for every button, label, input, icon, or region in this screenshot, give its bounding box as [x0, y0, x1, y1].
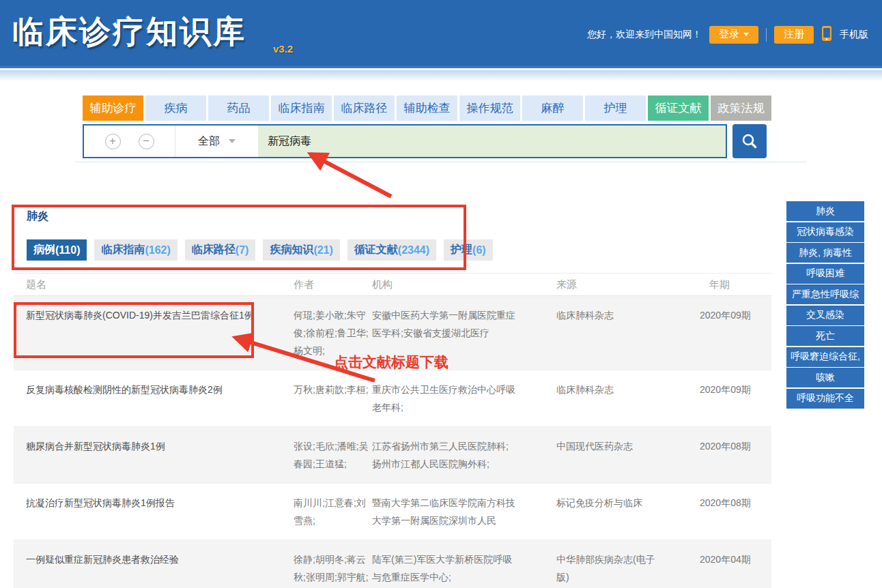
nav-tab-anesthesia[interactable]: 麻醉: [522, 95, 583, 121]
column-header-institution: 机构: [372, 278, 556, 291]
filter-tab-count: (6): [472, 244, 486, 256]
filter-tab-label: 病例: [33, 243, 55, 257]
filter-tab-count: (162): [145, 244, 170, 256]
header-right: 您好，欢迎来到中国知网！ 登录 注册 手机版: [587, 25, 868, 44]
column-header-source: 来源: [556, 278, 700, 291]
article-title-link[interactable]: 一例疑似重症新冠肺炎患者救治经验: [14, 550, 294, 588]
register-button[interactable]: 注册: [774, 26, 814, 44]
search-input[interactable]: [258, 126, 726, 157]
chevron-down-icon: [229, 139, 236, 143]
article-period: 2020年08期: [700, 494, 771, 529]
filter-tab-evidence[interactable]: 循证文献(2344): [347, 239, 436, 261]
nav-tab-evidence-literature[interactable]: 循证文献: [648, 95, 709, 121]
nav-tab-assisted-diagnosis[interactable]: 辅助诊疗: [83, 95, 143, 121]
filter-tab-nursing[interactable]: 护理(6): [444, 239, 493, 261]
page: 临床诊疗知识库 v3.2 您好，欢迎来到中国知网！ 登录 注册 手机版: [0, 0, 882, 588]
results-table: 题名 作者 机构 来源 年期 新型冠状病毒肺炎(COVID-19)并发吉兰巴雷综…: [14, 273, 771, 588]
header-fade: [0, 70, 882, 81]
nav-tab-drug[interactable]: 药品: [208, 95, 269, 121]
table-row: 一例疑似重症新冠肺炎患者救治经验 徐静;胡明冬;蒋云秋;张明周;郭宇航;李琦;王…: [14, 540, 771, 588]
related-term-pneumonia[interactable]: 肺炎: [786, 201, 864, 221]
login-button-label: 登录: [719, 28, 739, 41]
search-button[interactable]: [732, 124, 767, 158]
mobile-version-label[interactable]: 手机版: [840, 29, 868, 41]
article-title-link[interactable]: 抗凝治疗新型冠状病毒肺炎1例报告: [14, 494, 294, 529]
article-source: 中国现代医药杂志: [556, 437, 700, 473]
column-header-authors: 作者: [294, 278, 372, 291]
result-keyword: 肺炎: [27, 209, 48, 224]
table-row: 糖尿病合并新型冠状病毒肺炎1例 张设;毛欣;潘唯;吴春园;王道猛; 江苏省扬州市…: [14, 427, 771, 484]
filter-tab-count: (2344): [398, 244, 429, 256]
article-authors: 张设;毛欣;潘唯;吴春园;王道猛;: [294, 437, 372, 473]
article-period: 2020年09期: [700, 381, 771, 416]
filter-tab-label: 疾病知识: [270, 243, 313, 257]
divider: [75, 162, 807, 162]
annotation-download-hint: 点击文献标题下载: [334, 353, 449, 372]
phone-icon[interactable]: [821, 25, 832, 44]
filter-tab-guidelines[interactable]: 临床指南(162): [94, 239, 177, 261]
article-source: 临床肺科杂志: [556, 306, 700, 359]
filter-tab-disease-knowledge[interactable]: 疾病知识(21): [263, 239, 339, 261]
filter-tab-label: 临床路径: [192, 243, 236, 257]
article-title-link[interactable]: 糖尿病合并新型冠状病毒肺炎1例: [14, 437, 294, 473]
search-scope-value: 全部: [198, 134, 220, 149]
nav-tabs: 辅助诊疗 疾病 药品 临床指南 临床路径 辅助检查 操作规范 麻醉 护理 循证文…: [83, 95, 773, 121]
column-header-title: 题名: [14, 278, 294, 291]
article-title-link[interactable]: 新型冠状病毒肺炎(COVID-19)并发吉兰巴雷综合征1例: [14, 306, 294, 359]
article-source: 中华肺部疾病杂志(电子版): [556, 550, 700, 588]
article-period: 2020年09期: [700, 306, 771, 359]
related-term-coronavirus-infection[interactable]: 冠状病毒感染: [786, 222, 864, 242]
article-authors: 何琨;姜小敢;朱守俊;徐前程;鲁卫华;杨文明;: [294, 306, 372, 359]
table-header: 题名 作者 机构 来源 年期: [14, 274, 771, 296]
article-authors: 南川川;江意春;刘雪燕;: [294, 494, 372, 529]
greeting-text: 您好，欢迎来到中国知网！: [587, 29, 702, 41]
filter-tab-pathways[interactable]: 临床路径(7): [185, 239, 256, 261]
article-institution: 暨南大学第二临床医学院南方科技大学第一附属医院深圳市人民: [372, 494, 556, 529]
related-term-cough[interactable]: 咳嗽: [786, 368, 864, 387]
site-version: v3.2: [273, 43, 293, 55]
related-term-respiratory-insufficiency[interactable]: 呼吸功能不全: [786, 389, 864, 409]
result-filter-tabs: 病例(110) 临床指南(162) 临床路径(7) 疾病知识(21) 循证文献(…: [27, 239, 493, 261]
login-button[interactable]: 登录: [709, 26, 758, 44]
article-institution: 江苏省扬州市第三人民医院肺科;扬州市江都人民医院胸外科;: [372, 437, 556, 473]
article-institution: 重庆市公共卫生医疗救治中心呼吸老年科;: [372, 381, 556, 416]
related-term-death[interactable]: 死亡: [786, 326, 864, 346]
nav-tab-operation-standard[interactable]: 操作规范: [459, 95, 520, 121]
article-period: 2020年04期: [700, 550, 771, 588]
nav-tab-disease[interactable]: 疾病: [145, 95, 206, 121]
filter-tab-label: 护理: [451, 243, 472, 257]
related-term-respiratory-distress[interactable]: 呼吸窘迫综合征,: [786, 347, 864, 367]
nav-tab-auxiliary-exam[interactable]: 辅助检查: [397, 95, 457, 121]
chevron-down-icon: [743, 33, 749, 36]
article-institution: 陆军(第三)军医大学新桥医院呼吸与危重症医学中心;: [372, 550, 556, 588]
article-title-link[interactable]: 反复病毒核酸检测阴性的新型冠状病毒肺炎2例: [14, 381, 294, 416]
table-row: 抗凝治疗新型冠状病毒肺炎1例报告 南川川;江意春;刘雪燕; 暨南大学第二临床医学…: [14, 484, 771, 540]
filter-tab-label: 临床指南: [101, 243, 145, 257]
related-terms-sidebar: 肺炎 冠状病毒感染 肺炎, 病毒性 呼吸困难 严重急性呼吸综 交叉感染 死亡 呼…: [786, 201, 864, 409]
nav-tab-clinical-pathway[interactable]: 临床路径: [334, 95, 395, 121]
filter-tab-count: (110): [55, 244, 80, 256]
article-source: 临床肺科杂志: [556, 381, 700, 416]
filter-tab-cases[interactable]: 病例(110): [27, 239, 87, 261]
site-title: 临床诊疗知识库: [12, 11, 246, 53]
nav-tab-nursing[interactable]: 护理: [585, 95, 646, 121]
related-term-sars[interactable]: 严重急性呼吸综: [786, 284, 864, 304]
register-button-label: 注册: [784, 28, 804, 41]
article-institution: 安徽中医药大学第一附属医院重症医学科;安徽省支援湖北医疗: [372, 306, 556, 359]
article-authors: 徐静;胡明冬;蒋云秋;张明周;郭宇航;李琦;王关嵩;: [294, 550, 372, 588]
minus-icon[interactable]: −: [139, 134, 154, 149]
search-row-controls: + −: [84, 126, 175, 157]
nav-tab-clinical-guideline[interactable]: 临床指南: [271, 95, 332, 121]
filter-tab-count: (7): [236, 244, 249, 256]
divider: [766, 28, 767, 42]
search-icon: [741, 132, 758, 150]
table-row: 反复病毒核酸检测阴性的新型冠状病毒肺炎2例 万秋;唐莉歆;李桓; 重庆市公共卫生…: [14, 370, 771, 427]
nav-tab-policy-regulation[interactable]: 政策法规: [711, 95, 771, 121]
plus-icon[interactable]: +: [105, 134, 121, 149]
related-term-cross-infection[interactable]: 交叉感染: [786, 306, 864, 325]
header: 临床诊疗知识库 v3.2 您好，欢迎来到中国知网！ 登录 注册 手机版: [0, 0, 882, 68]
related-term-dyspnea[interactable]: 呼吸困难: [786, 264, 864, 284]
related-term-viral-pneumonia[interactable]: 肺炎, 病毒性: [786, 243, 864, 263]
search-scope-dropdown[interactable]: 全部: [175, 126, 258, 157]
annotation-arrow-search-query: [311, 154, 391, 196]
